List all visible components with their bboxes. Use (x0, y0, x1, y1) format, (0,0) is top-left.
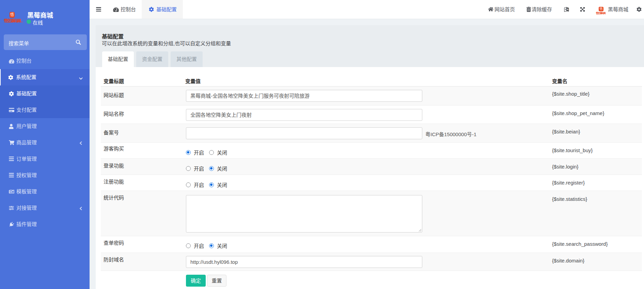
svg-text:A: A (567, 8, 569, 11)
